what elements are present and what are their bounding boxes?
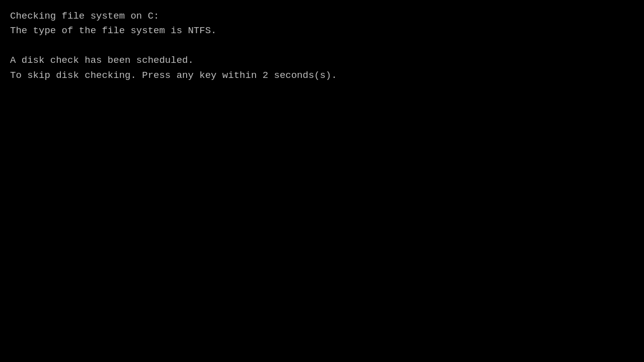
terminal-line-4: To skip disk checking. Press any key wit… xyxy=(10,68,634,83)
terminal-blank-1 xyxy=(10,39,634,53)
terminal-line-2: The type of the file system is NTFS. xyxy=(10,24,634,38)
terminal-line-3: A disk check has been scheduled. xyxy=(10,53,634,68)
terminal-line-1: Checking file system on C: xyxy=(10,9,634,24)
terminal-screen: Checking file system on C: The type of t… xyxy=(0,0,644,362)
